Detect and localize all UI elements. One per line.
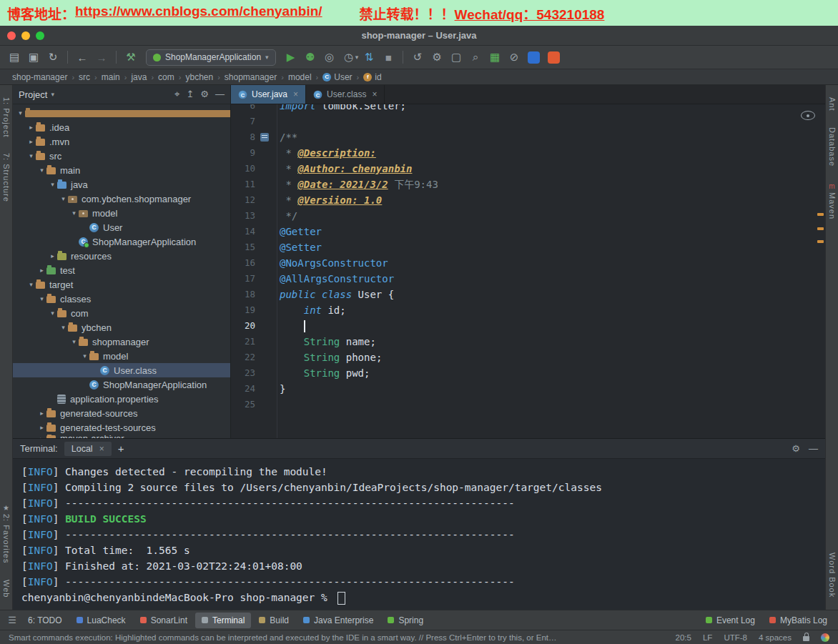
power-save-icon[interactable]: ⊘ [506, 49, 523, 66]
code-line[interactable]: 14@Getter [231, 224, 825, 239]
tree-row[interactable]: CShopManagerApplication [13, 377, 230, 392]
tree-row[interactable]: ▾shop-manager~/IdeaProjects/shop-mana [13, 106, 230, 120]
breadcrumb-item[interactable]: fid [361, 72, 383, 82]
tree-toggle-icon[interactable]: ▸ [48, 252, 57, 259]
tree-toggle-icon[interactable]: ▸ [37, 410, 46, 417]
tool-window-stripe-button[interactable]: ★2: Favorites [2, 504, 11, 563]
line-separator-widget[interactable]: LF [703, 633, 712, 642]
code-line[interactable]: 20 [231, 318, 825, 334]
tool-window-stripe-button[interactable]: 7: Structure [2, 153, 11, 202]
warning-stripe-mark[interactable] [817, 240, 824, 243]
breadcrumb-item[interactable]: shopmanager [222, 72, 279, 82]
tree-toggle-icon[interactable]: ▾ [59, 324, 68, 331]
tool-window-button[interactable]: Java Enterprise [297, 613, 380, 628]
encoding-widget[interactable]: UTF-8 [724, 633, 747, 642]
tree-row[interactable]: ▾main [13, 163, 230, 177]
tree-row[interactable]: ▾java [13, 177, 230, 192]
code-line[interactable]: 8/** [231, 129, 825, 145]
tree-toggle-icon[interactable]: ▾ [48, 181, 57, 188]
save-all-icon[interactable]: ▣ [25, 49, 42, 66]
tree-row[interactable]: ▾com [13, 306, 230, 320]
locate-file-icon[interactable]: ⌖ [174, 89, 179, 100]
code-line[interactable]: 25 [231, 397, 825, 412]
warning-stripe-mark[interactable] [817, 213, 824, 216]
project-panel-title[interactable]: Project ▾ [19, 89, 54, 100]
tree-row[interactable]: application.properties [13, 392, 230, 406]
tools-icon[interactable]: ⚙ [428, 49, 445, 66]
tree-row[interactable]: ▸resources [13, 249, 230, 263]
window-icon[interactable]: ▢ [448, 49, 465, 66]
tree-row[interactable]: CUser [13, 220, 230, 234]
editor-tab[interactable]: CUser.class× [306, 85, 385, 104]
tree-toggle-icon[interactable]: ▾ [48, 309, 57, 317]
leetcode-grid-icon[interactable]: ▦ [486, 49, 503, 66]
tree-row[interactable]: ▸.mvn [13, 134, 230, 149]
code-line[interactable]: 13 */ [231, 208, 825, 224]
tool-window-button[interactable]: MyBatis Log [763, 613, 834, 628]
new-terminal-session-button[interactable]: + [118, 442, 124, 455]
indent-widget[interactable]: 4 spaces [759, 633, 792, 642]
settings-icon[interactable]: ⚙ [792, 443, 800, 454]
code-line[interactable]: 19 int id; [231, 302, 825, 318]
tree-row[interactable]: CShopManagerApplication [13, 234, 230, 249]
breadcrumb-item[interactable]: src [77, 72, 92, 82]
zoom-window-button[interactable] [36, 31, 44, 40]
forward-icon[interactable]: → [93, 49, 110, 66]
tree-row[interactable]: ▾target [13, 277, 230, 292]
run-icon[interactable]: ▶ [282, 49, 300, 66]
update-running-app-icon[interactable]: ⇅ [360, 49, 378, 66]
tool-window-button[interactable]: Spring [381, 613, 430, 628]
inspections-widget-icon[interactable] [801, 111, 815, 120]
terminal-tab-local[interactable]: Local × [64, 442, 112, 456]
tool-window-stripe-button[interactable]: Ant [828, 97, 837, 112]
code-line[interactable]: 11 * @Date: 2021/3/2 下午9:43 [231, 177, 825, 192]
close-icon[interactable]: × [293, 89, 298, 99]
warning-stripe-mark[interactable] [817, 227, 824, 230]
close-window-button[interactable] [7, 31, 16, 40]
tree-toggle-icon[interactable]: ▾ [69, 209, 79, 217]
run-config-selector[interactable]: ShopManagerApplication▾ [146, 49, 276, 66]
hide-panel-icon[interactable]: — [215, 89, 225, 100]
tree-row[interactable]: ▾ybchen [13, 320, 230, 335]
tree-row[interactable]: CUser.class [13, 363, 230, 377]
open-icon[interactable]: ▤ [6, 49, 23, 66]
translation-plugin-icon[interactable] [528, 51, 540, 64]
breadcrumb-item[interactable]: ybchen [183, 72, 215, 82]
breadcrumb-item[interactable]: model [286, 72, 314, 82]
code-line[interactable]: 16@NoArgsConstructor [231, 255, 825, 271]
code-line[interactable]: 23 String pwd; [231, 365, 825, 381]
project-tree[interactable]: ▾shop-manager~/IdeaProjects/shop-mana▸.i… [13, 104, 230, 438]
tree-row[interactable]: ▾src [13, 149, 230, 163]
build-icon[interactable]: ⚒ [122, 49, 139, 66]
tool-window-stripe-button[interactable]: Word Book [828, 553, 837, 598]
code-line[interactable]: 22 String phone; [231, 350, 825, 365]
profiler-icon-combo[interactable]: ◷▾ [340, 49, 359, 66]
tree-toggle-icon[interactable]: ▸ [37, 267, 46, 274]
code-line[interactable]: 6import lombok.Setter; [231, 104, 825, 114]
code-line[interactable]: 15@Setter [231, 239, 825, 255]
tool-window-stripe-button[interactable]: mMaven [828, 182, 837, 219]
code-line[interactable]: 10 * @Author: chenyanbin [231, 161, 825, 177]
hide-panel-icon[interactable]: — [809, 443, 818, 454]
code-line[interactable]: 12 * @Versiion: 1.0 [231, 192, 825, 208]
breadcrumb-item[interactable]: com [156, 72, 177, 82]
sync-icon[interactable]: ↻ [44, 49, 61, 66]
tree-row[interactable]: ▸.idea [13, 120, 230, 134]
close-icon[interactable]: × [99, 444, 104, 454]
tree-toggle-icon[interactable]: ▾ [59, 195, 68, 202]
tree-row[interactable]: ▸test [13, 263, 230, 277]
breadcrumb-item[interactable]: main [99, 72, 122, 82]
status-ball-icon[interactable] [821, 633, 829, 642]
editor-tab[interactable]: CUser.java× [231, 85, 306, 104]
breadcrumb-item[interactable]: shop-manager [10, 72, 69, 82]
tool-window-button[interactable]: Build [252, 613, 295, 628]
minimize-window-button[interactable] [21, 31, 30, 40]
code-line[interactable]: 18public class User { [231, 287, 825, 302]
tree-toggle-icon[interactable]: ▸ [26, 124, 36, 131]
code-line[interactable]: 7 [231, 114, 825, 129]
tool-window-button[interactable]: Terminal [195, 613, 251, 628]
tree-toggle-icon[interactable]: ▾ [26, 152, 36, 159]
code-line[interactable]: 21 String name; [231, 334, 825, 350]
tree-toggle-icon[interactable]: ▾ [69, 338, 79, 345]
tree-toggle-icon[interactable]: ▾ [37, 167, 46, 174]
